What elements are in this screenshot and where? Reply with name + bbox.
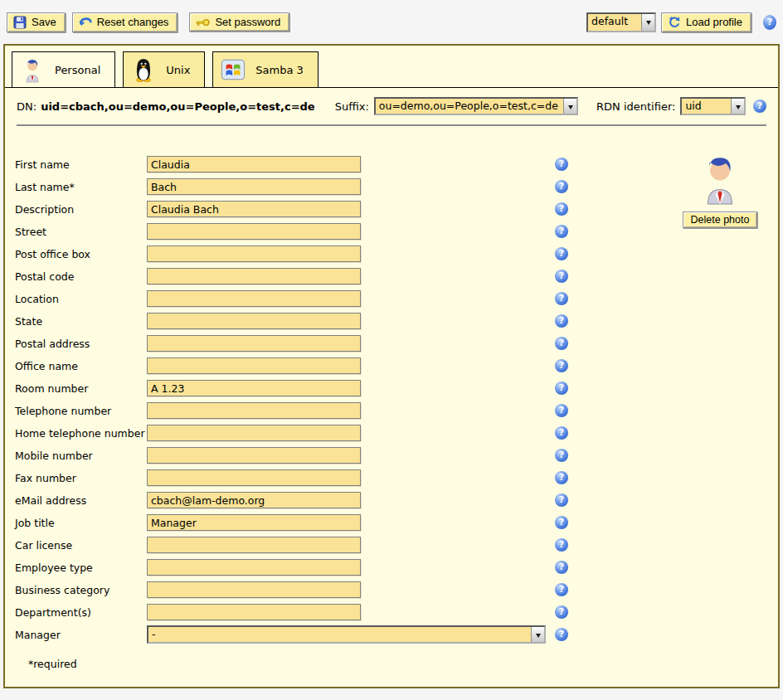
departments-input[interactable] <box>147 604 361 620</box>
help-icon[interactable]: ? <box>555 292 568 305</box>
form-row: Employee type? <box>15 559 778 576</box>
fax-number-input[interactable] <box>147 469 361 486</box>
field-label: Telephone number <box>15 405 147 417</box>
field-group: Telephone number?Home telephone number?M… <box>15 402 778 508</box>
suffix-label: Suffix: <box>335 100 369 113</box>
car-license-input[interactable] <box>147 537 361 553</box>
form-row: First name? <box>15 156 778 173</box>
form-row: Description? <box>15 201 778 217</box>
help-icon[interactable]: ? <box>555 202 568 216</box>
state-input[interactable] <box>147 313 361 329</box>
dn-bar: DN: uid=cbach,ou=demo,ou=People,o=test,c… <box>5 88 778 124</box>
help-icon[interactable]: ? <box>555 404 568 417</box>
help-icon[interactable]: ? <box>555 471 568 484</box>
profile-select[interactable]: default <box>586 12 656 32</box>
field-label: Room number <box>15 382 147 395</box>
email-address-input[interactable] <box>147 492 361 508</box>
manager-select[interactable]: - <box>147 625 546 644</box>
business-category-input[interactable] <box>147 581 361 598</box>
help-icon[interactable]: ? <box>555 180 568 193</box>
form-row: Location? <box>15 290 778 307</box>
help-icon[interactable]: ? <box>555 270 568 283</box>
tab-unix[interactable]: Unix <box>123 51 205 87</box>
chevron-down-icon <box>731 99 744 114</box>
telephone-number-input[interactable] <box>147 402 361 419</box>
toolbar: Save Reset changes Set password default … <box>0 0 783 36</box>
load-profile-button[interactable]: Load profile <box>661 12 751 32</box>
form-row: Post office box? <box>15 245 778 262</box>
tab-label: Samba 3 <box>255 64 304 76</box>
help-icon[interactable]: ? <box>555 158 568 171</box>
help-icon[interactable]: ? <box>555 337 568 350</box>
form-row: eMail address? <box>15 492 778 508</box>
help-icon[interactable]: ? <box>555 247 568 260</box>
help-icon[interactable]: ? <box>555 382 568 395</box>
chevron-down-icon <box>563 99 576 114</box>
last-name-input[interactable] <box>147 178 361 195</box>
help-icon[interactable]: ? <box>555 359 568 372</box>
field-group: Street?Post office box?Postal code?Locat… <box>15 223 778 396</box>
rdn-identifier-select[interactable]: uid <box>680 97 746 115</box>
suffix-select[interactable]: ou=demo,ou=People,o=test,c=de <box>374 97 578 115</box>
form-row: Fax number? <box>15 469 778 486</box>
form-row: Telephone number? <box>15 402 778 419</box>
field-label: Home telephone number <box>15 427 147 440</box>
location-input[interactable] <box>147 290 361 307</box>
postal-address-input[interactable] <box>147 335 361 352</box>
help-icon[interactable]: ? <box>555 538 568 552</box>
form-row: Postal code? <box>15 268 778 284</box>
help-icon[interactable]: ? <box>555 426 568 440</box>
field-label: Mobile number <box>15 450 147 462</box>
job-title-input[interactable] <box>147 514 361 531</box>
form-row: Mobile number? <box>15 447 778 464</box>
module-tabs: Personal Unix Samba 3 <box>5 46 778 88</box>
help-icon[interactable]: ? <box>555 493 568 507</box>
tab-samba3[interactable]: Samba 3 <box>212 51 319 87</box>
help-icon[interactable]: ? <box>555 449 568 462</box>
set-password-button[interactable]: Set password <box>189 12 289 32</box>
form-row: Business category? <box>15 581 778 598</box>
room-number-input[interactable] <box>147 380 361 396</box>
help-icon[interactable]: ? <box>763 15 776 30</box>
help-icon[interactable]: ? <box>555 561 568 574</box>
field-label: Description <box>15 203 147 216</box>
user-photo-icon <box>698 196 742 208</box>
chevron-down-icon <box>641 14 654 31</box>
required-note: *required <box>28 658 778 670</box>
help-icon[interactable]: ? <box>555 516 568 529</box>
post-office-box-input[interactable] <box>147 245 361 262</box>
reset-changes-button[interactable]: Reset changes <box>72 12 178 32</box>
delete-photo-button[interactable]: Delete photo <box>683 211 758 228</box>
help-icon[interactable]: ? <box>555 314 568 328</box>
mobile-number-input[interactable] <box>147 447 361 464</box>
street-input[interactable] <box>147 223 361 240</box>
field-label: Location <box>15 293 147 305</box>
field-label: Car license <box>15 539 147 552</box>
postal-code-input[interactable] <box>147 268 361 284</box>
field-label: Post office box <box>15 248 147 260</box>
office-name-input[interactable] <box>147 357 361 374</box>
help-icon[interactable]: ? <box>555 225 568 238</box>
windows-logo-icon <box>221 57 246 82</box>
rdn-identifier-label: RDN identifier: <box>596 100 675 113</box>
tux-penguin-icon <box>131 56 156 83</box>
field-label: Job title <box>15 517 147 529</box>
key-icon <box>196 17 210 28</box>
help-icon[interactable]: ? <box>555 583 568 596</box>
home-telephone-number-input[interactable] <box>147 425 361 441</box>
field-label: Manager <box>15 629 147 641</box>
employee-type-input[interactable] <box>147 559 361 576</box>
field-label: Last name* <box>15 181 147 193</box>
field-label: Department(s) <box>15 606 147 619</box>
form-row: Last name*? <box>15 178 778 195</box>
tab-personal[interactable]: Personal <box>12 51 115 87</box>
help-icon[interactable]: ? <box>555 628 568 641</box>
help-icon[interactable]: ? <box>555 605 568 619</box>
undo-arrow-icon <box>79 16 92 29</box>
form-row: Department(s)? <box>15 604 778 620</box>
description-input[interactable] <box>147 201 361 217</box>
help-icon[interactable]: ? <box>753 100 766 113</box>
save-button[interactable]: Save <box>7 12 66 32</box>
first-name-input[interactable] <box>147 156 361 173</box>
field-label: Postal code <box>15 270 147 283</box>
